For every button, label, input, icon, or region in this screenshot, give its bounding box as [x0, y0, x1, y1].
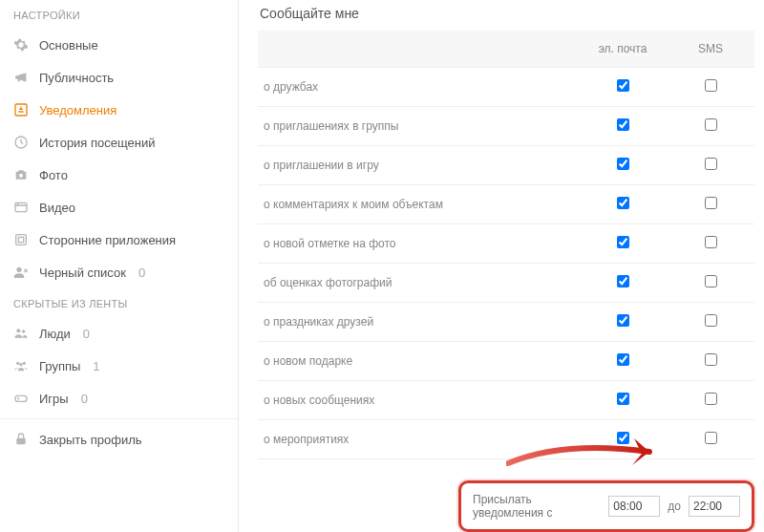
checkbox-sms[interactable]	[705, 158, 717, 170]
time-range-box: Присылать уведомления с до	[458, 480, 754, 532]
row-label: о дружбах	[258, 68, 579, 107]
gear-icon	[13, 37, 29, 53]
row-label: о новом подарке	[258, 342, 579, 381]
sidebar-item-label: Видео	[39, 201, 75, 215]
table-row: о приглашении в игру	[258, 146, 754, 185]
sidebar-item-megaphone[interactable]: Публичность	[0, 61, 238, 94]
table-row: об оценках фотографий	[258, 264, 754, 303]
checkbox-email[interactable]	[617, 393, 629, 405]
sidebar-item-label: Сторонние приложения	[39, 233, 176, 247]
col-header-email: эл. почта	[579, 31, 667, 68]
checkbox-sms[interactable]	[705, 353, 717, 366]
svg-point-2	[19, 174, 23, 178]
svg-rect-4	[16, 235, 27, 245]
checkbox-sms[interactable]	[705, 432, 717, 444]
sidebar-item-label: Публичность	[39, 71, 114, 85]
bell-box-icon	[13, 102, 29, 117]
sidebar-item-label: Люди	[39, 327, 71, 341]
sidebar-item-user-x[interactable]: Черный список0	[0, 256, 238, 288]
people-icon	[13, 326, 29, 341]
svg-rect-3	[15, 202, 27, 211]
sidebar-item-video[interactable]: Видео	[0, 191, 238, 223]
lock-icon	[13, 432, 29, 447]
row-label: о приглашениях в группы	[258, 107, 579, 146]
svg-point-7	[16, 329, 20, 332]
table-row: о новом подарке	[258, 342, 754, 381]
checkbox-sms[interactable]	[705, 236, 717, 248]
svg-rect-12	[15, 395, 27, 401]
time-from-input[interactable]	[608, 496, 660, 517]
checkbox-sms[interactable]	[705, 314, 717, 327]
clock-icon	[13, 135, 29, 150]
sidebar-header-settings: НАСТРОЙКИ	[0, 0, 238, 29]
sidebar-item-lock[interactable]: Закрыть профиль	[0, 423, 238, 456]
settings-sidebar: НАСТРОЙКИ ОсновныеПубличностьУведомления…	[0, 0, 239, 532]
app-icon	[13, 232, 29, 247]
video-icon	[13, 200, 29, 215]
sidebar-item-camera[interactable]: Фото	[0, 159, 238, 191]
checkbox-sms[interactable]	[705, 393, 717, 405]
main-panel: Сообщайте мне эл. почта SMS о дружбахо п…	[239, 0, 764, 532]
table-row: о дружбах	[258, 68, 754, 107]
table-row: о новых сообщениях	[258, 381, 754, 420]
row-label: о мероприятиях	[258, 420, 579, 459]
svg-point-6	[16, 267, 21, 272]
table-row: о новой отметке на фото	[258, 224, 754, 264]
table-row: о праздниках друзей	[258, 303, 754, 342]
checkbox-sms[interactable]	[705, 275, 717, 287]
sidebar-item-count: 0	[81, 392, 88, 406]
time-between: до	[668, 500, 681, 513]
checkbox-email[interactable]	[617, 197, 629, 209]
checkbox-email[interactable]	[617, 118, 629, 131]
sidebar-item-label: Игры	[39, 392, 69, 406]
svg-point-10	[23, 362, 26, 365]
sidebar-item-groups[interactable]: Группы1	[0, 350, 238, 382]
svg-point-9	[16, 362, 19, 365]
sidebar-header-hidden: СКРЫТЫЕ ИЗ ЛЕНТЫ	[0, 288, 238, 317]
row-label: о новых сообщениях	[258, 381, 579, 420]
col-header-blank	[258, 31, 579, 68]
checkbox-email[interactable]	[617, 432, 629, 444]
sidebar-item-clock[interactable]: История посещений	[0, 126, 238, 159]
sidebar-item-label: Фото	[39, 168, 68, 182]
sidebar-item-count: 0	[138, 266, 145, 280]
row-label: о новой отметке на фото	[258, 224, 579, 264]
sidebar-item-label: История посещений	[39, 136, 156, 150]
checkbox-email[interactable]	[617, 353, 629, 366]
row-label: о комментариях к моим объектам	[258, 185, 579, 224]
sidebar-item-app[interactable]: Сторонние приложения	[0, 223, 238, 256]
checkbox-sms[interactable]	[705, 118, 717, 131]
checkbox-sms[interactable]	[705, 197, 717, 209]
checkbox-email[interactable]	[617, 314, 629, 327]
svg-point-8	[22, 330, 25, 332]
checkbox-email[interactable]	[617, 158, 629, 170]
sidebar-item-gear[interactable]: Основные	[0, 29, 238, 61]
sidebar-item-people[interactable]: Люди0	[0, 317, 238, 350]
groups-icon	[13, 358, 29, 373]
sidebar-item-label: Основные	[39, 38, 98, 53]
sidebar-item-gamepad[interactable]: Игры0	[0, 382, 238, 415]
sidebar-item-bell-box[interactable]: Уведомления	[0, 94, 238, 126]
svg-rect-5	[18, 237, 23, 242]
gamepad-icon	[13, 391, 29, 406]
checkbox-email[interactable]	[617, 275, 629, 287]
time-to-input[interactable]	[689, 496, 740, 517]
checkbox-sms[interactable]	[705, 79, 717, 92]
sidebar-item-count: 1	[93, 359, 99, 373]
row-label: об оценках фотографий	[258, 264, 579, 303]
notifications-table: эл. почта SMS о дружбахо приглашениях в …	[258, 31, 754, 459]
table-row: о мероприятиях	[258, 420, 754, 459]
row-label: о приглашении в игру	[258, 146, 579, 185]
checkbox-email[interactable]	[617, 79, 629, 92]
megaphone-icon	[13, 70, 29, 85]
sidebar-separator	[0, 418, 238, 419]
sidebar-item-label: Уведомления	[39, 103, 117, 117]
sidebar-item-label: Закрыть профиль	[39, 433, 142, 447]
sidebar-item-count: 0	[83, 327, 90, 341]
checkbox-email[interactable]	[617, 236, 629, 248]
camera-icon	[13, 167, 29, 182]
user-x-icon	[13, 265, 29, 280]
time-prefix: Присылать уведомления с	[473, 493, 601, 520]
table-row: о комментариях к моим объектам	[258, 185, 754, 224]
col-header-sms: SMS	[667, 31, 754, 68]
